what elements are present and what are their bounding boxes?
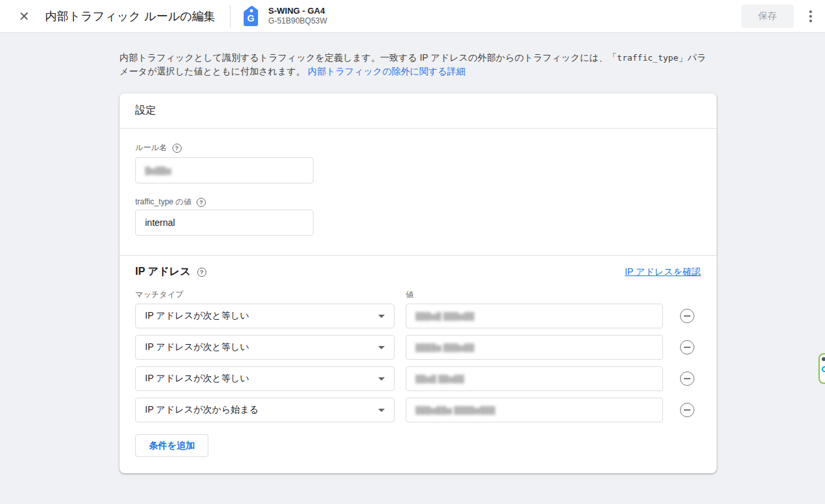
remove-condition-icon[interactable]: [680, 340, 694, 354]
more-options-icon[interactable]: [807, 8, 815, 25]
rule-name-label-text: ルール名: [135, 142, 167, 153]
description-param-name: traffic_type: [617, 53, 679, 63]
match-type-dropdown[interactable]: IP アドレスが次と等しい: [135, 366, 395, 391]
remove-condition-icon[interactable]: [680, 403, 694, 417]
description-text-before: 内部トラフィックとして識別するトラフィックを定義します。一致する IP アドレス…: [120, 52, 617, 63]
ip-section-header: IP アドレス ? IP アドレスを確認: [135, 265, 701, 279]
property-id: G-51B90BQ53W: [268, 16, 327, 26]
ip-redacted-value: ████▆ ███▆██: [415, 343, 474, 352]
ip-title-wrap: IP アドレス ?: [135, 265, 206, 279]
edge-extension-widget[interactable]: [818, 353, 825, 384]
match-type-dropdown[interactable]: IP アドレスが次から始まる: [135, 398, 395, 422]
ip-address-help-icon[interactable]: ?: [197, 268, 206, 277]
ip-value-input[interactable]: ████▆ ███▆██: [406, 335, 663, 360]
traffic-type-input[interactable]: [135, 210, 314, 236]
ga4-tag-icon: G: [241, 5, 261, 27]
dialog-title: 内部トラフィック ルールの編集: [45, 8, 216, 24]
property-name: S-WING - GA4: [268, 6, 327, 16]
rule-name-redacted-value: █▆██▆: [145, 166, 171, 175]
property-selector[interactable]: G S-WING - GA4 G-51B90BQ53W: [241, 5, 327, 27]
remove-condition-icon[interactable]: [680, 371, 694, 386]
traffic-type-label-text: traffic_type の値: [135, 197, 191, 208]
ip-value-input[interactable]: ██▆█ ██▆██: [406, 366, 663, 391]
ip-redacted-value: ███▆█ ███▆██: [415, 312, 474, 321]
match-type-value: IP アドレスが次と等しい: [145, 373, 250, 385]
remove-condition-icon[interactable]: [680, 309, 694, 323]
topbar-divider: [230, 5, 231, 27]
settings-card: 設定 ルール名 ? █▆██▆ traffic_type の値 ? IP アドレ…: [120, 93, 717, 473]
chevron-down-icon: [378, 377, 385, 381]
rule-name-help-icon[interactable]: ?: [172, 144, 182, 153]
traffic-type-label: traffic_type の値 ?: [135, 197, 206, 208]
value-column-header: 値: [406, 289, 413, 300]
svg-text:G: G: [247, 13, 254, 24]
chevron-down-icon: [378, 409, 385, 412]
match-type-dropdown[interactable]: IP アドレスが次と等しい: [135, 335, 395, 360]
edge-widget-icon: [822, 366, 825, 372]
check-ip-link[interactable]: IP アドレスを確認: [624, 266, 701, 278]
topbar-actions: 保存: [741, 5, 825, 28]
match-type-column-header: マッチタイプ: [135, 289, 184, 300]
match-type-value: IP アドレスが次から始まる: [145, 404, 259, 416]
close-icon[interactable]: ✕: [18, 10, 31, 23]
match-type-value: IP アドレスが次と等しい: [145, 310, 250, 322]
ip-redacted-value: ██▆█ ██▆██: [415, 375, 464, 383]
match-type-value: IP アドレスが次と等しい: [145, 341, 250, 353]
ip-redacted-value: ███▆██▆ ████▆███: [415, 406, 495, 415]
add-condition-button[interactable]: 条件を追加: [135, 434, 208, 457]
page-description: 内部トラフィックとして識別するトラフィックを定義します。一致する IP アドレス…: [120, 51, 715, 78]
ip-value-input[interactable]: ███▆█ ███▆██: [406, 304, 663, 328]
learn-more-link[interactable]: 内部トラフィックの除外に関する詳細: [308, 66, 465, 76]
chevron-down-icon: [378, 346, 385, 349]
chevron-down-icon: [378, 315, 385, 318]
match-type-dropdown[interactable]: IP アドレスが次と等しい: [135, 304, 395, 328]
property-text: S-WING - GA4 G-51B90BQ53W: [268, 6, 327, 26]
dialog-topbar: ✕ 内部トラフィック ルールの編集 G S-WING - GA4 G-51B90…: [0, 0, 825, 33]
section-divider: [120, 255, 717, 256]
save-button[interactable]: 保存: [741, 5, 794, 28]
card-header: 設定: [120, 93, 717, 129]
ip-section-title: IP アドレス: [135, 265, 191, 279]
edge-widget-icon: [822, 357, 825, 361]
rule-name-label: ルール名 ?: [135, 142, 182, 153]
card-title: 設定: [135, 104, 156, 118]
traffic-type-help-icon[interactable]: ?: [197, 198, 206, 207]
rule-name-input[interactable]: █▆██▆: [135, 157, 314, 183]
ip-value-input[interactable]: ███▆██▆ ████▆███: [406, 398, 663, 422]
